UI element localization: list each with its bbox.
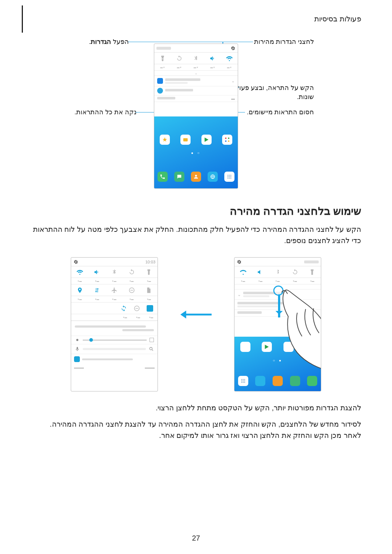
svg-point-0	[225, 138, 226, 139]
rotation-icon[interactable]	[176, 55, 183, 62]
wifi-icon[interactable]	[240, 269, 246, 275]
qs-labels: ▾▬▾▬▾▬▾▬▾▬	[71, 296, 158, 303]
sound-icon[interactable]	[257, 269, 264, 275]
gear-icon[interactable]	[230, 46, 236, 51]
sound-icon[interactable]	[94, 269, 100, 275]
svg-point-26	[241, 381, 242, 382]
flashlight-icon[interactable]	[159, 55, 166, 62]
play-icon[interactable]	[201, 135, 212, 145]
search-icon[interactable]	[149, 346, 154, 352]
notification-item[interactable]	[234, 300, 321, 310]
gear-icon[interactable]	[237, 259, 242, 264]
browser-icon[interactable]	[255, 376, 265, 386]
qs-labels: ▾▬▾▬▾▬▾▬▾▬	[71, 278, 158, 284]
brightness-icon	[75, 337, 80, 342]
minus-icon[interactable]	[134, 305, 140, 312]
browser-icon[interactable]	[208, 172, 218, 182]
file-icon[interactable]	[146, 287, 152, 294]
page-number: 27	[0, 534, 392, 542]
status-time	[304, 260, 319, 263]
phone-mock-main: ▾ ▬▾ ▬▾ ▬▾ ▬▾ ▬ ⌄ ⌄ ▬	[154, 44, 238, 189]
home-row	[154, 135, 238, 145]
messages-icon[interactable]	[174, 172, 184, 182]
paragraph: להצגת הגדרות מפורטות יותר, הקש על הטקסט …	[31, 402, 361, 414]
home-wallpaper: ○ ●	[154, 116, 238, 188]
app-icon[interactable]	[222, 135, 232, 145]
svg-point-8	[228, 176, 229, 177]
bluetooth-icon[interactable]	[274, 269, 281, 275]
svg-point-6	[229, 175, 230, 176]
data-icon[interactable]	[94, 287, 100, 294]
flashlight-icon[interactable]	[146, 269, 152, 275]
chevron-down-icon[interactable]: ⌄	[237, 292, 241, 297]
folder-icon[interactable]	[283, 342, 294, 352]
star-icon[interactable]	[160, 135, 170, 145]
folder-icon[interactable]	[180, 135, 191, 145]
status-bar: 10:03	[71, 258, 158, 266]
slider-row[interactable]	[71, 336, 158, 344]
drag-handle[interactable]: ⌄	[154, 71, 238, 76]
notification-item[interactable]: ⌄	[154, 76, 238, 86]
touch-circle	[273, 286, 283, 296]
mic-icon[interactable]	[75, 346, 80, 352]
page-header: פעולות בסיסיות	[31, 15, 361, 23]
arrow-left-icon	[180, 309, 212, 321]
notification-item[interactable]	[154, 86, 238, 95]
paragraph: לסידור מחדש של הלחצנים, הקש והחזק את לחצ…	[31, 419, 361, 441]
notification-text	[165, 78, 229, 84]
apps-icon[interactable]	[238, 376, 248, 386]
app-badge-icon	[157, 88, 163, 94]
dual-screenshot: 10:03 ▾▬▾▬▾▬▾▬▾▬ ▾▬▾▬▾▬▾▬▾▬	[31, 257, 361, 391]
phone-icon[interactable]	[158, 172, 168, 182]
apps-icon[interactable]	[224, 172, 234, 182]
sound-icon[interactable]	[209, 55, 216, 62]
rotation-icon[interactable]	[292, 269, 298, 275]
wifi-icon[interactable]	[77, 269, 83, 275]
section-heading: שימוש בלחצני הגדרה מהירה	[31, 205, 361, 217]
callout-launch-settings: הפעל הגדרות.	[89, 38, 129, 46]
sync-icon[interactable]	[121, 305, 127, 312]
gear-icon[interactable]	[73, 259, 78, 264]
rotation-icon[interactable]	[128, 269, 135, 275]
top-diagram: לחצני הגדרות מהירות הפעל הגדרות. הקש על …	[31, 38, 361, 192]
status-bar	[234, 258, 321, 266]
app-icon[interactable]	[240, 342, 250, 352]
text: הפעל	[111, 38, 129, 45]
tile-icon[interactable]	[147, 305, 153, 312]
bluetooth-icon[interactable]	[193, 55, 199, 62]
svg-point-20	[150, 347, 152, 350]
svg-point-13	[230, 178, 232, 179]
svg-point-31	[244, 382, 245, 383]
airplane-icon[interactable]	[111, 287, 118, 294]
flashlight-icon[interactable]	[309, 269, 315, 275]
qs-labels: ▾ ▬▾ ▬▾ ▬▾ ▬▾ ▬	[154, 64, 238, 71]
svg-point-29	[241, 382, 242, 383]
contacts-icon[interactable]	[191, 172, 201, 182]
svg-point-30	[242, 382, 244, 383]
phone-mock-expanded: 10:03 ▾▬▾▬▾▬▾▬▾▬ ▾▬▾▬▾▬▾▬▾▬	[71, 257, 158, 391]
quick-settings-row	[154, 53, 238, 64]
callout-clear-all: נקה את כל ההתראות.	[74, 108, 136, 116]
bluetooth-icon[interactable]	[111, 269, 118, 275]
svg-point-11	[228, 178, 229, 179]
brightness-row	[71, 321, 158, 336]
star-icon[interactable]	[305, 342, 315, 352]
location-icon[interactable]	[77, 287, 83, 294]
auto-checkbox[interactable]	[150, 338, 154, 342]
notification-clear-bar[interactable]: ▬	[154, 95, 238, 102]
wifi-icon[interactable]	[226, 55, 233, 62]
svg-point-3	[228, 140, 229, 142]
play-icon[interactable]	[262, 342, 272, 352]
phone-icon[interactable]	[307, 376, 317, 386]
notification-text	[237, 302, 318, 307]
phone-mock-swipe: ▾▬▾▬▾▬▾▬▾▬ ⌄ ○ ●	[234, 257, 321, 391]
clear-icon[interactable]: ▬	[231, 97, 235, 100]
dnd-icon[interactable]	[128, 287, 135, 294]
svg-point-25	[244, 379, 245, 380]
chevron-down-icon[interactable]: ⌄	[231, 78, 235, 83]
search-row[interactable]	[71, 344, 158, 354]
contacts-icon[interactable]	[273, 376, 283, 386]
svg-rect-4	[183, 138, 188, 141]
notif-row[interactable]	[71, 354, 158, 364]
messages-icon[interactable]	[290, 376, 300, 386]
